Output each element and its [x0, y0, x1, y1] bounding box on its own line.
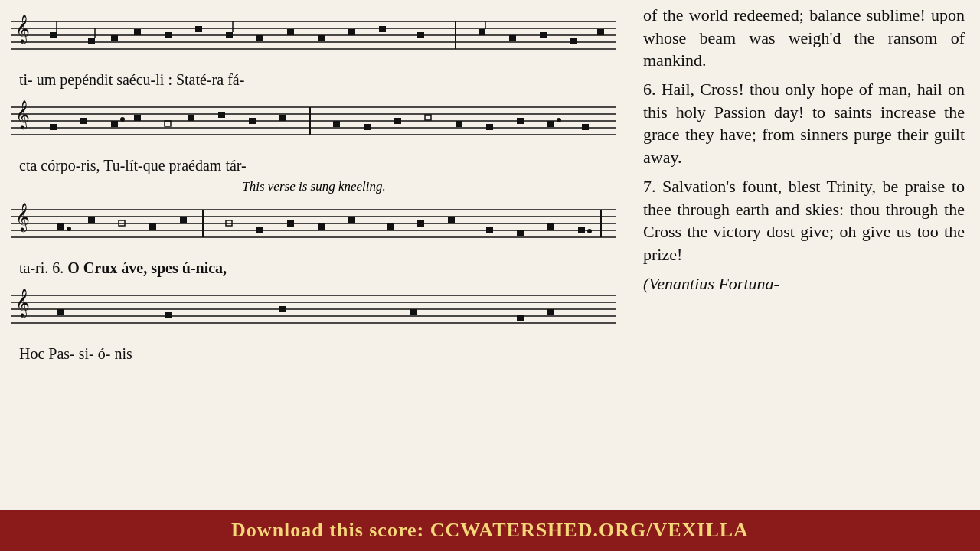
lyrics-2: cta córpo-ris, Tu-lít-que praédam tár- [11, 156, 616, 174]
svg-rect-80 [578, 227, 585, 233]
svg-rect-72 [318, 223, 325, 230]
svg-rect-46 [364, 124, 371, 130]
svg-rect-71 [287, 220, 294, 227]
svg-rect-94 [517, 315, 524, 321]
svg-rect-78 [517, 230, 524, 236]
main-content: 𝄞 [0, 0, 980, 510]
svg-rect-65 [88, 217, 95, 223]
svg-rect-7 [50, 32, 57, 38]
svg-rect-18 [379, 26, 386, 32]
svg-rect-22 [540, 32, 547, 38]
svg-rect-24 [597, 29, 604, 35]
svg-rect-8 [88, 38, 95, 44]
svg-rect-40 [165, 121, 171, 126]
staff-svg-4: 𝄞 [11, 282, 616, 335]
svg-text:𝄞: 𝄞 [15, 289, 30, 318]
svg-rect-23 [570, 38, 577, 44]
text-paragraph-2: 6. Hail, Cross! thou only hope of man, h… [643, 78, 965, 169]
svg-rect-77 [486, 227, 493, 233]
svg-rect-38 [111, 121, 118, 127]
svg-rect-12 [195, 26, 202, 32]
svg-text:𝄞: 𝄞 [15, 203, 30, 233]
svg-rect-53 [582, 124, 589, 130]
svg-rect-67 [149, 223, 156, 230]
svg-rect-50 [486, 124, 493, 130]
staff-svg-3: 𝄞 [11, 196, 616, 249]
svg-text:𝄞: 𝄞 [15, 15, 30, 44]
lyrics-4: Hoc Pas- si- ó- nis [11, 344, 616, 363]
svg-rect-90 [57, 309, 64, 315]
staff-svg-1: 𝄞 [11, 8, 616, 61]
svg-point-55 [557, 118, 561, 122]
svg-rect-13 [226, 32, 233, 38]
lyrics-3: ta-ri. 6. O Crux áve, spes ú-nica, [11, 259, 616, 277]
svg-point-81 [67, 227, 71, 231]
svg-rect-37 [80, 118, 87, 124]
svg-rect-20 [479, 29, 485, 35]
svg-rect-47 [394, 118, 401, 124]
svg-rect-51 [517, 118, 524, 124]
svg-rect-36 [50, 124, 57, 130]
svg-rect-44 [279, 115, 286, 121]
svg-rect-64 [57, 223, 64, 230]
svg-rect-19 [417, 32, 424, 38]
text-paragraph-3: 7. Salvation's fount, blest Trinity, be … [643, 175, 965, 266]
svg-rect-41 [188, 115, 194, 121]
svg-point-54 [120, 117, 125, 122]
svg-text:𝄞: 𝄞 [15, 100, 30, 130]
svg-rect-11 [165, 32, 172, 38]
svg-rect-45 [333, 121, 340, 127]
svg-rect-43 [249, 118, 256, 124]
music-section-1: 𝄞 [11, 8, 616, 64]
svg-rect-68 [180, 217, 187, 223]
lyrics-1: ti- um pepéndit saécu-li : Staté-ra fá- [11, 70, 616, 89]
svg-rect-15 [287, 29, 294, 35]
staff-svg-2: 𝄞 [11, 93, 616, 147]
music-section-4: 𝄞 [11, 282, 616, 338]
svg-rect-16 [318, 35, 325, 41]
svg-rect-10 [134, 29, 141, 35]
svg-point-83 [587, 229, 592, 233]
footer-banner[interactable]: Download this score: CCWATERSHED.ORG/VEX… [0, 510, 980, 551]
svg-rect-75 [417, 220, 424, 227]
svg-rect-9 [111, 35, 118, 41]
svg-rect-91 [165, 312, 172, 318]
text-paragraph-1: of the world redeemed; balance sublime! … [643, 4, 965, 72]
text-panel: of the world redeemed; balance sublime! … [628, 0, 980, 510]
svg-rect-42 [218, 112, 225, 118]
svg-rect-93 [410, 309, 416, 315]
italic-note: This verse is sung kneeling. [11, 179, 616, 194]
svg-rect-14 [256, 35, 263, 41]
svg-point-82 [549, 224, 554, 229]
music-section-3: This verse is sung kneeling. 𝄞 [11, 179, 616, 253]
svg-rect-17 [348, 29, 355, 35]
svg-rect-76 [448, 217, 455, 223]
music-panel: 𝄞 [0, 0, 628, 510]
svg-rect-52 [547, 121, 554, 127]
svg-rect-74 [387, 223, 394, 230]
music-section-2: 𝄞 [11, 93, 616, 150]
svg-rect-49 [456, 121, 462, 127]
svg-rect-21 [509, 35, 516, 41]
text-paragraph-4: (Venantius Fortuna- [643, 272, 965, 295]
svg-rect-48 [425, 115, 431, 120]
svg-rect-73 [348, 217, 355, 223]
svg-rect-70 [256, 227, 263, 233]
svg-rect-92 [279, 306, 286, 312]
svg-rect-95 [547, 309, 554, 315]
svg-rect-39 [134, 115, 141, 121]
